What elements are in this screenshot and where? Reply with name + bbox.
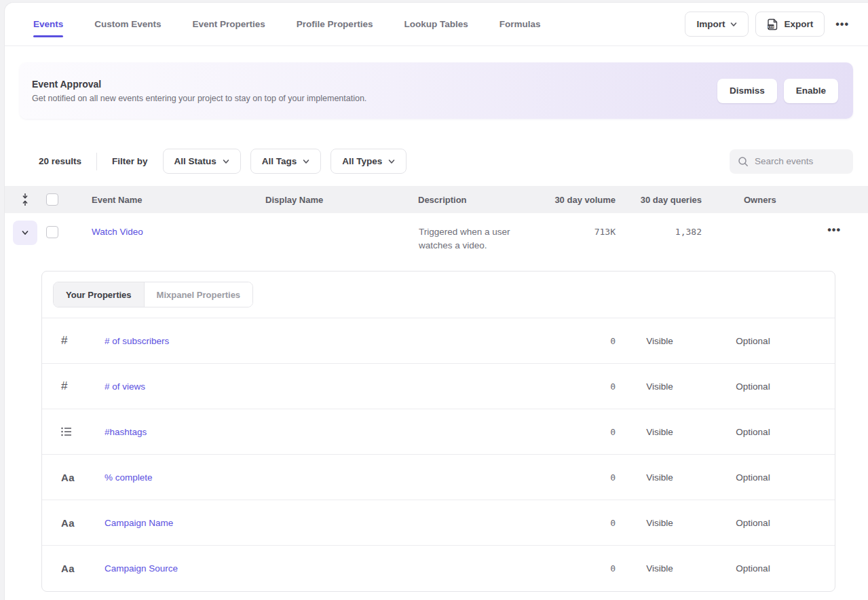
- property-visibility: Visible: [616, 563, 704, 574]
- collapse-all-icon[interactable]: [13, 187, 37, 212]
- col-30-day-volume: 30 day volume: [548, 195, 616, 205]
- export-button[interactable]: csv Export: [755, 12, 825, 37]
- tags-filter-dropdown[interactable]: All Tags: [250, 149, 322, 174]
- tab-events[interactable]: Events: [33, 3, 63, 46]
- property-visibility: Visible: [616, 427, 704, 437]
- property-visibility: Visible: [616, 381, 704, 392]
- properties-panel: Your Properties Mixpanel Properties # # …: [41, 271, 835, 592]
- property-row: Aa Campaign Source 0 Visible Optional: [42, 546, 835, 591]
- text-type-icon: Aa: [61, 563, 105, 574]
- property-name-link[interactable]: Campaign Source: [105, 563, 541, 574]
- table-row: Watch Video Triggered when a user watche…: [5, 213, 868, 252]
- text-type-icon: Aa: [61, 517, 105, 529]
- events-table-header: Event Name Display Name Description 30 d…: [5, 186, 868, 213]
- banner-text: Event Approval Get notified on all new e…: [32, 79, 366, 103]
- search-icon: [738, 156, 749, 167]
- status-filter-label: All Status: [174, 156, 216, 166]
- tab-lookup-tables[interactable]: Lookup Tables: [404, 3, 468, 46]
- lexicon-page: Events Custom Events Event Properties Pr…: [4, 2, 868, 600]
- svg-text:csv: csv: [768, 24, 774, 28]
- chevron-down-icon: [730, 21, 737, 28]
- csv-file-icon: csv: [767, 18, 778, 31]
- export-button-label: Export: [784, 19, 813, 29]
- row-checkbox[interactable]: [46, 226, 58, 238]
- property-queries: 0: [541, 336, 616, 346]
- event-name-link[interactable]: Watch Video: [78, 227, 143, 237]
- tab-event-properties[interactable]: Event Properties: [193, 3, 265, 46]
- divider: [96, 153, 97, 170]
- property-row: # # of subscribers 0 Visible Optional: [42, 318, 835, 364]
- property-requirement: Optional: [704, 518, 802, 528]
- row-menu-button[interactable]: •••: [823, 224, 845, 236]
- dismiss-button[interactable]: Dismiss: [717, 79, 777, 103]
- properties-tabbar: Your Properties Mixpanel Properties: [42, 271, 835, 318]
- tab-profile-properties[interactable]: Profile Properties: [297, 3, 373, 46]
- list-type-icon: [61, 427, 105, 436]
- nav-actions: Import csv Export •••: [685, 12, 853, 37]
- banner-actions: Dismiss Enable: [717, 79, 838, 103]
- tab-formulas[interactable]: Formulas: [499, 3, 541, 46]
- property-name-link[interactable]: # of subscribers: [105, 336, 541, 346]
- types-filter-dropdown[interactable]: All Types: [331, 149, 407, 174]
- tags-filter-label: All Tags: [262, 156, 297, 166]
- tab-custom-events[interactable]: Custom Events: [94, 3, 161, 46]
- filter-by-label: Filter by: [112, 156, 148, 166]
- banner-description: Get notified on all new events entering …: [32, 94, 366, 103]
- property-visibility: Visible: [616, 518, 704, 528]
- status-filter-dropdown[interactable]: All Status: [163, 149, 241, 174]
- number-type-icon: #: [61, 334, 105, 348]
- import-button[interactable]: Import: [685, 12, 749, 37]
- property-requirement: Optional: [704, 381, 802, 392]
- col-owners: Owners: [702, 195, 783, 205]
- property-queries: 0: [541, 427, 616, 437]
- results-count: 20 results: [39, 156, 81, 166]
- property-requirement: Optional: [704, 336, 802, 346]
- tab-your-properties[interactable]: Your Properties: [54, 282, 145, 307]
- tab-mixpanel-properties[interactable]: Mixpanel Properties: [145, 282, 253, 307]
- chevron-down-icon: [22, 229, 29, 236]
- select-all-checkbox[interactable]: [46, 193, 58, 206]
- property-queries: 0: [541, 472, 616, 483]
- text-type-icon: Aa: [61, 472, 105, 483]
- chevron-down-icon: [303, 158, 309, 165]
- property-requirement: Optional: [704, 472, 802, 483]
- property-name-link[interactable]: # of views: [105, 381, 541, 392]
- chevron-down-icon: [388, 158, 395, 165]
- event-approval-banner: Event Approval Get notified on all new e…: [20, 62, 853, 119]
- property-row: Aa % complete 0 Visible Optional: [42, 455, 835, 500]
- description-cell: Triggered when a user watches a video.: [404, 221, 548, 252]
- types-filter-label: All Types: [342, 156, 382, 166]
- filter-bar: 20 results Filter by All Status All Tags…: [39, 149, 853, 174]
- col-30-day-queries: 30 day queries: [616, 195, 702, 205]
- nav-tabs: Events Custom Events Event Properties Pr…: [33, 3, 540, 46]
- top-nav: Events Custom Events Event Properties Pr…: [5, 3, 868, 46]
- row-expander-button[interactable]: [13, 221, 37, 245]
- enable-button[interactable]: Enable: [784, 79, 838, 103]
- search-input[interactable]: [755, 156, 843, 166]
- overflow-menu-button[interactable]: •••: [831, 18, 853, 31]
- col-event-name: Event Name: [78, 195, 252, 205]
- property-requirement: Optional: [704, 427, 802, 437]
- col-display-name: Display Name: [252, 195, 404, 205]
- queries-cell: 1,382: [616, 227, 702, 237]
- number-type-icon: #: [61, 379, 105, 393]
- property-visibility: Visible: [616, 336, 704, 346]
- chevron-down-icon: [223, 158, 229, 165]
- property-row: Aa Campaign Name 0 Visible Optional: [42, 500, 835, 546]
- properties-segmented-control: Your Properties Mixpanel Properties: [53, 282, 253, 307]
- property-row: #hashtags 0 Visible Optional: [42, 409, 835, 455]
- property-row: # # of views 0 Visible Optional: [42, 364, 835, 409]
- property-name-link[interactable]: % complete: [105, 472, 541, 483]
- volume-cell: 713K: [548, 227, 616, 237]
- property-queries: 0: [541, 381, 616, 392]
- property-queries: 0: [541, 518, 616, 528]
- col-description: Description: [404, 195, 548, 205]
- property-requirement: Optional: [704, 563, 802, 574]
- property-queries: 0: [541, 563, 616, 574]
- property-name-link[interactable]: Campaign Name: [105, 518, 541, 528]
- search-events-box: [730, 149, 853, 174]
- property-visibility: Visible: [616, 472, 704, 483]
- banner-title: Event Approval: [32, 79, 366, 90]
- property-name-link[interactable]: #hashtags: [105, 427, 541, 437]
- import-button-label: Import: [696, 19, 725, 29]
